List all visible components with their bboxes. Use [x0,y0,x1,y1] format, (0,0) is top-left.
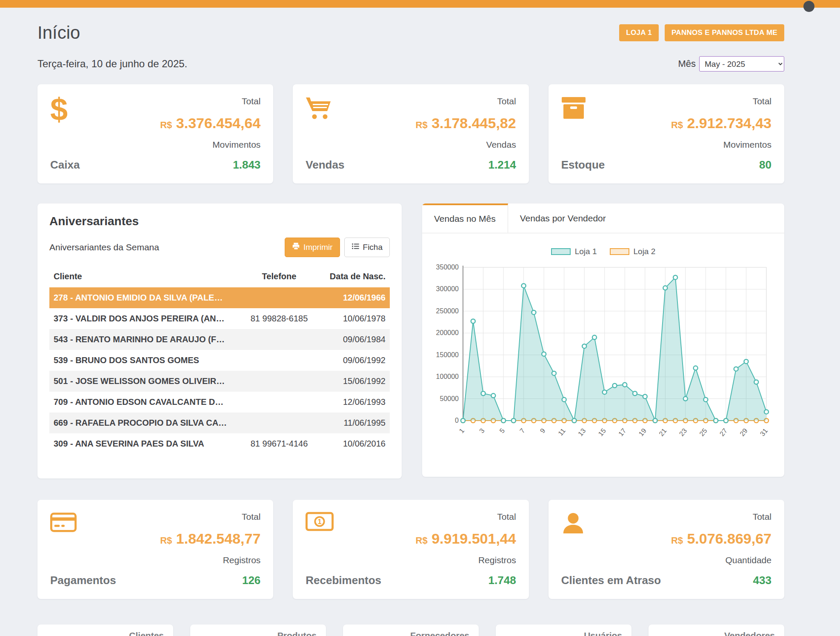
legend-loja1[interactable]: Loja 1 [551,247,597,256]
current-date: Terça-feira, 10 de junho de 2025. [37,58,187,70]
count-value: 1.748 [416,574,516,587]
mini-card-label: Vendedores [724,630,775,636]
cell-client: 309 - ANA SEVERINA PAES DA SILVA [49,433,240,454]
company-badge[interactable]: PANNOS E PANNOS LTDA ME [665,24,784,41]
card-label: Pagamentos [50,574,116,587]
cell-birth: 09/06/1984 [318,329,390,350]
svg-text:250000: 250000 [436,307,459,315]
table-row[interactable]: 309 - ANA SEVERINA PAES DA SILVA81 99671… [49,433,390,454]
cell-client: 543 - RENATO MARINHO DE ARAUJO (F… [49,329,240,350]
table-row[interactable]: 709 - ANTONIO EDSON CAVALCANTE D…12/06/1… [49,392,390,413]
sales-tabs: Vendas no Mês Vendas por Vendedor [422,203,784,233]
banknote-icon: 1 [306,512,381,533]
svg-text:1: 1 [318,518,322,525]
cell-birth: 10/06/1978 [318,308,390,329]
card-label: Recebimentos [306,574,381,587]
print-button[interactable]: Imprimir [285,238,340,257]
mini-card-label: Fornecedores [410,630,469,636]
svg-text:9: 9 [539,427,547,435]
table-row[interactable]: 669 - RAFAELA PROCOPIO DA SILVA CA…11/06… [49,413,390,433]
svg-text:13: 13 [577,427,587,438]
cell-birth: 12/06/1966 [318,287,390,308]
top-navbar [0,0,840,8]
total-amount: R$ 2.912.734,43 [671,115,771,132]
mini-card-fornecedores: Fornecedores [343,625,479,636]
store-badge[interactable]: LOJA 1 [619,24,659,41]
stat-card-vendas: Vendas Total R$ 3.178.445,82 Vendas 1.21… [293,84,529,183]
stat-card-pagamentos: Pagamentos Total R$ 1.842.548,77 Registr… [37,500,273,599]
printer-icon [292,242,300,252]
cell-phone [240,329,318,350]
total-amount: R$ 5.076.869,67 [671,530,771,547]
cell-phone [240,287,318,308]
col-header-data-nasc: Data de Nasc. [318,267,390,287]
stat-card-clientes-atraso: Clientes em Atraso Total R$ 5.076.869,67… [549,500,784,599]
svg-text:0: 0 [455,417,459,424]
table-row[interactable]: 539 - BRUNO DOS SANTOS GOMES09/06/1992 [49,350,390,371]
cell-client: 278 - ANTONIO EMIDIO DA SILVA (PALE… [49,287,240,308]
cell-phone [240,392,318,413]
sales-chart: 0500001000001500002000002500003000003500… [431,262,774,445]
legend-swatch-loja2 [610,248,629,255]
count-value: 126 [160,574,260,587]
cell-phone [240,371,318,392]
total-label: Total [416,512,516,522]
count-label: Registros [160,555,260,565]
cell-birth: 15/06/1992 [318,371,390,392]
table-row[interactable]: 278 - ANTONIO EMIDIO DA SILVA (PALE…12/0… [49,287,390,308]
tab-vendas-no-mes[interactable]: Vendas no Mês [422,203,508,233]
svg-text:25: 25 [698,427,709,438]
svg-text:3: 3 [478,427,486,435]
table-row[interactable]: 543 - RENATO MARINHO DE ARAUJO (F…09/06/… [49,329,390,350]
svg-text:300000: 300000 [436,285,459,292]
card-label: Clientes em Atraso [561,574,661,587]
table-row[interactable]: 501 - JOSE WELISSON GOMES OLIVEIR…15/06/… [49,371,390,392]
total-label: Total [416,96,516,106]
count-value: 80 [671,158,771,172]
month-label: Mês [678,58,696,69]
count-value: 433 [671,574,771,587]
stats-row-bottom: Pagamentos Total R$ 1.842.548,77 Registr… [37,500,784,599]
col-header-telefone: Telefone [240,267,318,287]
mini-card-label: Usuários [584,630,622,636]
count-label: Vendas [416,140,516,150]
card-label: Estoque [561,158,605,172]
total-amount: R$ 9.919.501,44 [416,530,516,547]
count-value: 1.214 [416,158,516,172]
cell-client: 539 - BRUNO DOS SANTOS GOMES [49,350,240,371]
mini-card-produtos: Produtos [190,625,326,636]
cell-birth: 12/06/1993 [318,392,390,413]
tab-vendas-por-vendedor[interactable]: Vendas por Vendedor [508,203,618,233]
svg-text:200000: 200000 [436,329,459,336]
cell-phone [240,413,318,433]
cell-phone: 81 99828-6185 [240,308,318,329]
page-title: Início [37,22,80,43]
credit-card-icon [50,512,116,535]
svg-text:23: 23 [678,427,689,438]
mini-card-usuarios: Usuários [496,625,631,636]
svg-text:21: 21 [657,427,668,438]
mini-card-clientes: Clientes [37,625,173,636]
svg-text:100000: 100000 [436,373,459,380]
cell-client: 501 - JOSE WELISSON GOMES OLIVEIR… [49,371,240,392]
stats-row-top: $ Caixa Total R$ 3.376.454,64 Movimentos… [37,84,784,183]
month-select[interactable]: May - 2025 [699,56,784,72]
count-label: Movimentos [160,140,260,150]
total-amount: R$ 3.376.454,64 [160,115,260,132]
table-row[interactable]: 373 - VALDIR DOS ANJOS PEREIRA (AN…81 99… [49,308,390,329]
svg-text:11: 11 [557,427,567,437]
card-label: Caixa [50,158,80,172]
legend-label: Loja 1 [575,247,597,256]
count-label: Quantidade [671,555,771,565]
user-avatar[interactable] [803,1,814,12]
mini-card-vendedores: Vendedores [649,625,784,636]
svg-text:27: 27 [718,427,729,438]
cell-birth: 10/06/2016 [318,433,390,454]
total-amount: R$ 1.842.548,77 [160,530,260,547]
sales-panel: Vendas no Mês Vendas por Vendedor Loja 1… [422,203,784,477]
ficha-button[interactable]: Ficha [344,238,390,257]
legend-label: Loja 2 [634,247,656,256]
legend-swatch-loja1 [551,248,571,255]
legend-loja2[interactable]: Loja 2 [610,247,656,256]
svg-text:350000: 350000 [436,264,459,271]
